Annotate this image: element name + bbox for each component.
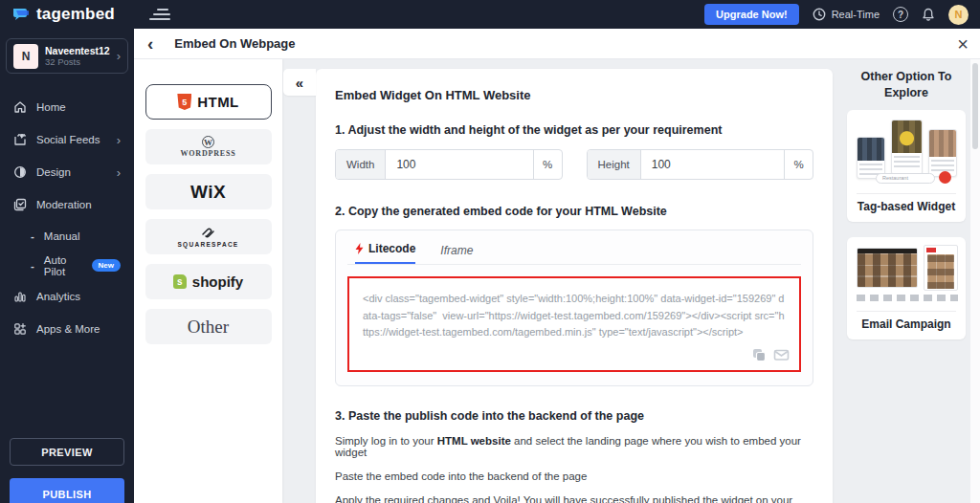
step-2-label: 2. Copy the generated embed code for you… bbox=[335, 205, 813, 218]
squarespace-logo-icon bbox=[201, 227, 215, 239]
sidebar-item-label: Moderation bbox=[36, 199, 92, 210]
platform-squarespace-button[interactable]: SQUARESPACE bbox=[145, 219, 272, 254]
instruction-line: Simply log in to your HTML website and s… bbox=[335, 435, 813, 458]
platform-shopify-button[interactable]: s shopify bbox=[145, 264, 272, 299]
home-icon bbox=[13, 100, 27, 114]
chevron-right-icon: › bbox=[117, 49, 121, 63]
platform-wix-button[interactable]: WiX bbox=[145, 174, 272, 209]
apps-grid-icon bbox=[13, 322, 27, 336]
copy-icon[interactable] bbox=[751, 347, 767, 362]
instruction-line: Apply the required changes and Voila! Yo… bbox=[335, 494, 813, 503]
step-1-label: 1. Adjust the width and height of the wi… bbox=[335, 123, 813, 137]
search-dot-icon bbox=[939, 171, 951, 184]
height-label: Height bbox=[588, 150, 641, 179]
platform-wordpress-button[interactable]: W WORDPRESS bbox=[145, 129, 272, 164]
help-icon[interactable]: ? bbox=[893, 7, 908, 22]
social-feeds-icon bbox=[13, 133, 27, 146]
tagembed-logo-icon bbox=[11, 7, 30, 22]
publish-button[interactable]: PUBLISH bbox=[10, 478, 124, 503]
sidebar-item-auto-pilot[interactable]: - Auto Pilot New bbox=[0, 251, 134, 280]
height-field-group: Height % bbox=[587, 149, 814, 180]
tab-label: Iframe bbox=[440, 244, 473, 257]
tag-widget-thumbnail: Restaurant bbox=[855, 118, 958, 186]
sidebar-item-social-feeds[interactable]: Social Feeds › bbox=[0, 123, 134, 156]
dash-icon: - bbox=[31, 230, 34, 242]
instruction-text: Simply log in to your bbox=[335, 435, 437, 447]
page-header: ‹ Embed On Webpage × bbox=[134, 29, 980, 59]
platform-label: HTML bbox=[197, 94, 238, 110]
analytics-icon bbox=[13, 290, 27, 303]
platform-label: shopify bbox=[192, 273, 243, 290]
scrollbar[interactable] bbox=[970, 59, 980, 503]
embed-code-text[interactable]: <div class="tagembed-widget" style="widt… bbox=[363, 291, 786, 341]
dash-icon: - bbox=[31, 260, 34, 272]
sidebar-item-home[interactable]: Home bbox=[0, 91, 134, 123]
scrollbar-thumb[interactable] bbox=[972, 63, 978, 149]
sidebar-item-design[interactable]: Design › bbox=[0, 156, 134, 188]
platform-label: Other bbox=[188, 317, 229, 338]
sidebar-nav: Home Social Feeds › Design › Moderation … bbox=[0, 91, 134, 345]
platform-other-button[interactable]: Other bbox=[145, 309, 272, 344]
email-campaign-label: Email Campaign bbox=[855, 317, 958, 331]
tab-label: Litecode bbox=[368, 242, 415, 255]
sidebar-item-label: Apps & More bbox=[36, 323, 100, 335]
platform-html-button[interactable]: 5 HTML bbox=[145, 84, 272, 120]
sidebar: N Naveentest123'... 32 Posts › Home Soci… bbox=[0, 29, 134, 503]
moderation-icon bbox=[13, 198, 27, 211]
back-arrow-icon[interactable]: ‹ bbox=[147, 34, 153, 53]
profile-avatar: N bbox=[13, 44, 38, 69]
platform-label: WORDPRESS bbox=[181, 149, 236, 158]
user-avatar[interactable]: N bbox=[948, 5, 969, 25]
instruction-bold: HTML website bbox=[437, 435, 511, 447]
hamburger-menu-icon[interactable] bbox=[149, 9, 170, 20]
brand-logo[interactable]: tagembed bbox=[0, 5, 134, 24]
other-options-panel: Other Option To Explore Restaurant Tag-b… bbox=[842, 59, 970, 503]
realtime-toggle[interactable]: Real-Time bbox=[813, 8, 880, 21]
sidebar-item-label: Design bbox=[36, 166, 71, 178]
width-unit: % bbox=[533, 150, 562, 179]
sidebar-item-label: Manual bbox=[44, 230, 80, 242]
instruction-line: Paste the embed code into the backend of… bbox=[335, 470, 813, 482]
card-title: Embed Widget On HTML Website bbox=[335, 88, 813, 102]
embed-code-box: <div class="tagembed-widget" style="widt… bbox=[347, 276, 801, 372]
sidebar-item-label: Social Feeds bbox=[36, 134, 100, 145]
notifications-bell-icon[interactable] bbox=[922, 8, 935, 22]
upgrade-now-button[interactable]: Upgrade Now! bbox=[704, 4, 799, 25]
brand-name: tagembed bbox=[36, 5, 115, 24]
sidebar-item-label: Auto Pilot bbox=[44, 254, 78, 277]
collapse-panel-icon[interactable]: « bbox=[283, 69, 316, 96]
close-icon[interactable]: × bbox=[957, 34, 969, 54]
tab-litecode[interactable]: Litecode bbox=[355, 242, 415, 264]
lightning-icon bbox=[355, 243, 364, 254]
sidebar-item-apps-more[interactable]: Apps & More bbox=[0, 313, 134, 345]
platform-label: SQUARESPACE bbox=[177, 241, 238, 248]
tag-widget-label: Tag-based Widget bbox=[855, 200, 958, 213]
embed-settings-card: Embed Widget On HTML Website 1. Adjust t… bbox=[316, 69, 833, 503]
realtime-label: Real-Time bbox=[832, 9, 880, 20]
design-icon bbox=[13, 165, 27, 179]
tag-based-widget-card[interactable]: Restaurant Tag-based Widget bbox=[847, 110, 966, 222]
width-input[interactable] bbox=[386, 150, 532, 179]
sidebar-item-analytics[interactable]: Analytics bbox=[0, 280, 134, 313]
height-input[interactable] bbox=[641, 150, 784, 179]
profile-name: Naveentest123'... bbox=[45, 45, 110, 57]
tab-iframe[interactable]: Iframe bbox=[440, 244, 473, 264]
email-campaign-thumbnail bbox=[855, 245, 958, 304]
email-campaign-card[interactable]: Email Campaign bbox=[847, 237, 966, 339]
profile-switcher[interactable]: N Naveentest123'... 32 Posts › bbox=[6, 38, 128, 74]
profile-posts-count: 32 Posts bbox=[45, 56, 110, 67]
mail-icon[interactable] bbox=[773, 347, 790, 362]
width-label: Width bbox=[336, 150, 386, 179]
search-pill: Restaurant bbox=[876, 173, 935, 184]
preview-button[interactable]: PREVIEW bbox=[10, 438, 124, 466]
shopify-logo-icon: s bbox=[173, 274, 187, 289]
chevron-right-icon: › bbox=[117, 133, 121, 147]
sidebar-item-moderation[interactable]: Moderation bbox=[0, 188, 134, 221]
wordpress-logo-icon: W bbox=[202, 136, 214, 148]
top-navbar: tagembed Upgrade Now! Real-Time ? N bbox=[0, 0, 980, 29]
sidebar-item-manual[interactable]: - Manual bbox=[0, 221, 134, 251]
chevron-right-icon: › bbox=[117, 165, 121, 180]
sidebar-item-label: Analytics bbox=[36, 291, 80, 302]
page-title: Embed On Webpage bbox=[174, 36, 295, 51]
clock-icon bbox=[813, 8, 826, 21]
